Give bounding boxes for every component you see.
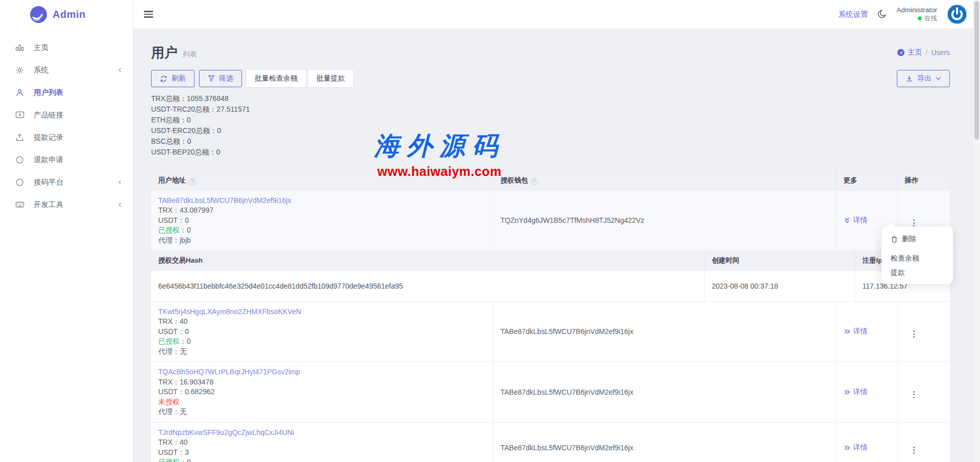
- sidebar-item-users[interactable]: 用户列表: [0, 81, 133, 104]
- tx-hash: 6e6456b43f11bebbfc46e325d4e01cc4de81dd52…: [151, 270, 704, 301]
- stat-value: 0: [187, 116, 191, 124]
- sidebar-item-withdraw-records[interactable]: 提款记录: [0, 126, 133, 148]
- online-dot-icon: [918, 16, 922, 20]
- stat-line: USDT-TRC20总额：27.511571: [151, 104, 950, 115]
- row-actions-menu-button[interactable]: [913, 219, 915, 226]
- page-subtitle: 列表: [183, 46, 197, 59]
- table-row: TABe87dkLbsL5fWCU7B6jnVdM2ef9i16jx TRX：4…: [151, 190, 950, 251]
- stat-value: 27.511571: [216, 105, 250, 113]
- brand[interactable]: Admin: [0, 0, 133, 29]
- main-content: 用户 列表 主页 / Users 刷新 筛选 批量检查余额 批量提款: [133, 29, 973, 462]
- batch-withdraw-button[interactable]: 批量提款: [308, 70, 353, 87]
- stat-line: BSC总额：0: [151, 136, 950, 147]
- double-chevron-down-icon: [844, 217, 850, 224]
- page-title: 用户: [151, 44, 178, 62]
- admin-page: Admin 主页 系统 用户列表 产品链接 提款记录: [0, 0, 980, 462]
- users-table: 用户地址 授权钱包 更多 操作 TABe87dkLbsL5fWCU7B6jnVd…: [151, 171, 950, 462]
- wallet-cell: TABe87dkLbsL5fWCU7B6jnVdM2ef9i16jx: [493, 362, 836, 423]
- sidebar-toggle-button[interactable]: [144, 11, 153, 17]
- brand-name: Admin: [53, 9, 86, 20]
- double-chevron-right-icon: [844, 389, 850, 395]
- detail-toggle[interactable]: 详情: [844, 327, 868, 336]
- menu-item-delete[interactable]: 删除: [881, 232, 953, 247]
- detail-toggle-expanded[interactable]: 详情: [844, 216, 868, 225]
- stat-value: 1055.376848: [187, 94, 229, 102]
- user-address-link[interactable]: TJrdNpzbKvwSFF9u2gQcZjwLhqCxJi4UNi: [158, 428, 486, 438]
- dashboard-icon: [897, 48, 905, 57]
- sidebar-nav: 主页 系统 用户列表 产品链接 提款记录 退款申请: [0, 29, 133, 216]
- row-actions-menu-button[interactable]: [913, 330, 915, 338]
- user-address-link[interactable]: TABe87dkLbsL5fWCU7B6jnVdM2ef9i16jx: [158, 196, 486, 206]
- user-address-link[interactable]: TQAcBh5oHQ7WLrPLBqrJHyt471PGsv2imp: [158, 367, 486, 377]
- col-header-wallet: 授权钱包: [493, 171, 836, 190]
- menu-item-withdraw[interactable]: 提款: [881, 266, 953, 280]
- chevron-left-icon: [117, 67, 122, 73]
- row-actions-menu-button[interactable]: [913, 391, 915, 398]
- refresh-icon: [160, 75, 167, 83]
- sidebar-item-home[interactable]: 主页: [0, 36, 133, 59]
- double-chevron-right-icon: [844, 445, 850, 451]
- wallet-cell: TABe87dkLbsL5fWCU7B6jnVdM2ef9i16jx: [493, 301, 836, 362]
- filter-button[interactable]: 筛选: [199, 70, 242, 87]
- sidebar-item-label: 主页: [34, 43, 48, 53]
- detail-toggle[interactable]: 详情: [844, 443, 868, 452]
- stat-label: ETH总额：: [151, 116, 187, 124]
- brand-logo-icon: [30, 6, 47, 23]
- stat-line: ETH总额：0: [151, 115, 950, 125]
- sidebar: Admin 主页 系统 用户列表 产品链接 提款记录: [0, 0, 133, 462]
- sidebar-item-label: 退款申请: [34, 155, 63, 165]
- sidebar-item-system[interactable]: 系统: [0, 59, 133, 81]
- wallet-cell: TQZnYd4g6JW1B5c7TfMshH8TJ52Ng422Vz: [493, 190, 836, 251]
- logout-power-avatar[interactable]: [946, 4, 968, 25]
- refresh-button[interactable]: 刷新: [151, 70, 194, 87]
- double-chevron-right-icon: [844, 328, 850, 335]
- sidebar-item-refund-requests[interactable]: 退款申请: [0, 148, 133, 171]
- user-icon: [15, 88, 26, 97]
- auth-status: 已授权: [158, 458, 180, 462]
- users-table-header-row: 用户地址 授权钱包 更多 操作: [151, 171, 950, 190]
- dark-mode-toggle[interactable]: [877, 9, 887, 19]
- help-icon[interactable]: [188, 178, 195, 185]
- top-header: 系统设置 Administrator 在线: [133, 0, 973, 29]
- sidebar-item-dev-tools[interactable]: 开发工具: [0, 193, 133, 216]
- circle-icon: [15, 177, 26, 187]
- row-actions-menu-button[interactable]: [913, 447, 915, 454]
- detail-toggle[interactable]: 详情: [844, 388, 868, 397]
- sidebar-item-label: 接码平台: [34, 177, 63, 187]
- auth-status: 未授权: [158, 398, 180, 406]
- col-header-address: 用户地址: [151, 171, 493, 190]
- breadcrumb-current: Users: [931, 48, 950, 57]
- authorization-row: 6e6456b43f11bebbfc46e325d4e01cc4de81dd52…: [151, 270, 950, 301]
- keyboard-icon: [15, 200, 26, 209]
- user-address-link[interactable]: TKwt5rj4sHgqLXAym8no2ZHMXFbsoKKVeN: [158, 307, 486, 317]
- scrollbar-thumb[interactable]: [974, 1, 979, 140]
- breadcrumb-home-link[interactable]: 主页: [897, 48, 922, 57]
- sidebar-item-label: 用户列表: [34, 88, 63, 97]
- table-row: TQAcBh5oHQ7WLrPLBqrJHyt471PGsv2imp TRX：1…: [151, 362, 950, 423]
- toolbar: 刷新 筛选 批量检查余额 批量提款 导出: [151, 70, 950, 87]
- sidebar-item-product-links[interactable]: 产品链接: [0, 104, 133, 126]
- menu-item-check-balance[interactable]: 检查余额: [881, 251, 953, 266]
- export-button[interactable]: 导出: [897, 70, 950, 87]
- auth-status: 已授权: [158, 337, 180, 345]
- system-settings-link[interactable]: 系统设置: [838, 10, 868, 19]
- expanded-detail-row: 授权交易Hash 创建时间 注册Ip 6e6456b43f11bebbfc46e…: [151, 251, 950, 302]
- col-header-more: 更多: [836, 171, 897, 190]
- table-row: TJrdNpzbKvwSFF9u2gQcZjwLhqCxJi4UNi TRX：4…: [151, 422, 950, 462]
- trash-icon: [891, 236, 898, 243]
- col-header-actions: 操作: [897, 171, 950, 190]
- authorization-header-row: 授权交易Hash 创建时间 注册Ip: [151, 251, 950, 270]
- sidebar-item-label: 产品链接: [34, 110, 63, 120]
- stat-line: USDT-BEP20总额：0: [151, 147, 950, 158]
- chevron-down-icon: [936, 76, 941, 81]
- help-icon[interactable]: [531, 178, 538, 185]
- sidebar-item-sms-platform[interactable]: 接码平台: [0, 171, 133, 193]
- stat-label: USDT-ERC20总额：: [151, 126, 217, 135]
- stat-line: USDT-ERC20总额：0: [151, 125, 950, 136]
- stat-line: TRX总额：1055.376848: [151, 93, 950, 104]
- batch-check-balance-button[interactable]: 批量检查余额: [247, 70, 306, 87]
- vertical-scrollbar[interactable]: [973, 0, 980, 462]
- sidebar-item-label: 提款记录: [34, 133, 63, 142]
- bar-chart-icon: [15, 43, 26, 52]
- user-info: Administrator 在线: [896, 6, 937, 23]
